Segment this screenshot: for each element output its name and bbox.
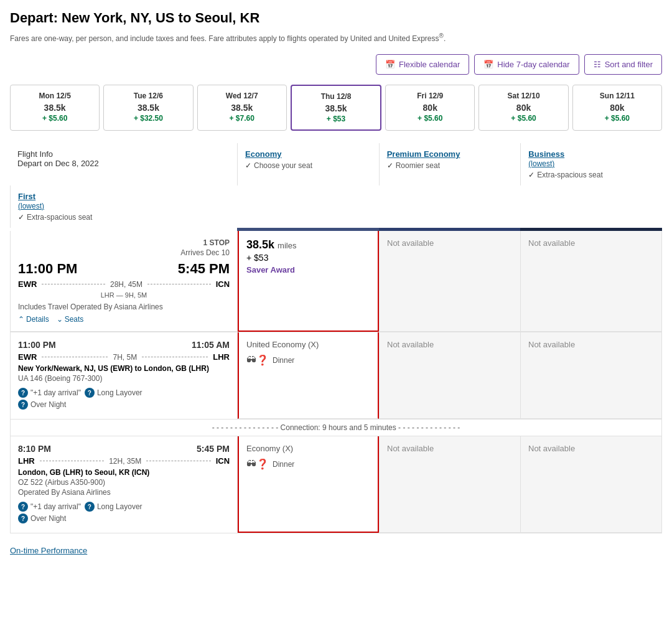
- question-icon-6: ?: [18, 514, 28, 523]
- seg2-flight-num: OZ 522 (Airbus A350-900): [18, 478, 230, 487]
- day-label: Sun 12/11: [578, 91, 656, 100]
- seg2-badges: ? "+1 day arrival" ? Long Layover: [18, 502, 230, 512]
- economy-fare-cell[interactable]: 38.5k miles + $53 Saver Award: [238, 231, 379, 332]
- flight-detail-cell: 1 STOP Arrives Dec 10 11:00 PM 5:45 PM E…: [11, 231, 238, 332]
- hide-calendar-button[interactable]: 📅 Hide 7-day calendar: [474, 54, 579, 75]
- meal-icon-2: 🕶❓: [246, 458, 269, 470]
- day-label: Mon 12/5: [16, 91, 94, 100]
- first-label-row-v: First (lowest): [18, 192, 230, 210]
- sort-filter-button[interactable]: ☷ Sort and filter: [584, 54, 662, 75]
- day-miles: 38.5k: [203, 103, 281, 113]
- includes-text: Includes Travel Operated By Asiana Airli…: [18, 303, 230, 311]
- first-feature-v: ✓ Extra-spacious seat: [18, 213, 230, 222]
- economy-feature: ✓ Choose your seat: [245, 161, 371, 170]
- seg2-badge1: ? "+1 day arrival": [18, 502, 81, 512]
- details-link[interactable]: ⌃ Details: [18, 315, 49, 324]
- seg2-economy-fare: Economy (X) 🕶❓ Dinner: [238, 436, 379, 533]
- first-class-name[interactable]: First: [18, 192, 35, 201]
- miles-amount: 38.5k: [246, 238, 278, 251]
- calendar-icon: 📅: [385, 60, 395, 69]
- question-icon-2: ?: [85, 388, 95, 398]
- day-miles: 80k: [578, 103, 656, 113]
- business-label[interactable]: Business: [528, 149, 564, 159]
- main-flight-row: 1 STOP Arrives Dec 10 11:00 PM 5:45 PM E…: [10, 231, 662, 332]
- day-label: Thu 12/8: [297, 92, 375, 101]
- flexible-calendar-button[interactable]: 📅 Flexible calendar: [376, 54, 469, 75]
- connection-dashes-left: - - - - - - - - - - - - - - -: [212, 423, 281, 432]
- day-extra: + $5.60: [391, 114, 469, 123]
- seg2-business-na: Not available: [520, 436, 661, 533]
- miles-label: miles: [278, 241, 296, 250]
- seg2-overnight: ? Over Night: [18, 514, 230, 523]
- calendar-day[interactable]: Sun 12/11 80k + $5.60: [572, 85, 662, 131]
- seg2-route: LHR 12H, 35M ICN: [18, 456, 230, 466]
- section-header: Flight Info Depart on Dec 8, 2022 Econom…: [10, 143, 662, 228]
- ontime-link[interactable]: On-time Performance: [10, 546, 87, 555]
- day-label: Wed 12/7: [203, 91, 281, 100]
- chevron-down-icon: ⌄: [57, 315, 63, 324]
- calendar-icon-2: 📅: [483, 60, 493, 69]
- connection-text: Connection: 9 hours and 5 minutes: [281, 423, 396, 432]
- connection-dashes-right: - - - - - - - - - - - - - -: [398, 423, 460, 432]
- seg2-title: London, GB (LHR) to Seoul, KR (ICN): [18, 468, 230, 477]
- seg1-dep: EWR: [18, 352, 37, 362]
- flight-info-header: Flight Info Depart on Dec 8, 2022: [10, 143, 237, 185]
- dep-airport: EWR: [18, 279, 37, 289]
- day-extra: + $7.60: [203, 114, 281, 123]
- arrival-time: 5:45 PM: [178, 261, 230, 277]
- seg2-arr-time: 5:45 PM: [197, 444, 230, 454]
- seg2-dep-time: 8:10 PM: [18, 444, 51, 454]
- calendar-day[interactable]: Thu 12/8 38.5k + $53: [291, 85, 381, 131]
- calendar-day[interactable]: Wed 12/7 38.5k + $7.60: [197, 85, 287, 131]
- seg2-operated: Operated By Asiana Airlines: [18, 488, 230, 497]
- first-header-visible: First (lowest) ✓ Extra-spacious seat: [10, 185, 237, 228]
- first-class-lowest[interactable]: (lowest): [18, 202, 44, 210]
- calendar-day[interactable]: Fri 12/9 80k + $5.60: [385, 85, 475, 131]
- day-extra: + $5.60: [484, 114, 562, 123]
- calendar-day[interactable]: Tue 12/6 38.5k + $32.50: [103, 85, 193, 131]
- seg1-flight-num: UA 146 (Boeing 767-300): [18, 374, 230, 383]
- toolbar: 📅 Flexible calendar 📅 Hide 7-day calenda…: [10, 54, 662, 75]
- seg1-fare-class: United Economy (X): [246, 340, 370, 349]
- miles-display: 38.5k miles: [246, 238, 370, 251]
- day-miles: 38.5k: [16, 103, 94, 113]
- seg2-premium-na: Not available: [379, 436, 520, 533]
- question-icon-5: ?: [85, 502, 95, 512]
- arrives-label: Arrives Dec 10: [18, 248, 230, 257]
- seg1-duration: 7H, 5M: [113, 353, 137, 362]
- seg1-badges: ? "+1 day arrival" ? Long Layover: [18, 388, 230, 398]
- plus-fee: + $53: [246, 253, 370, 263]
- premium-economy-label[interactable]: Premium Economy: [387, 149, 513, 159]
- seg1-arr: LHR: [213, 352, 230, 362]
- check-icon: ✓: [245, 161, 251, 170]
- calendar-day[interactable]: Sat 12/10 80k + $5.60: [478, 85, 568, 131]
- day-miles: 38.5k: [109, 103, 187, 113]
- premium-economy-header: Premium Economy ✓ Roomier seat: [379, 143, 521, 185]
- seg1-title: New York/Newark, NJ, US (EWR) to London,…: [18, 364, 230, 373]
- segment1-row: 11:00 PM 11:05 AM EWR 7H, 5M LHR New Yor…: [10, 332, 662, 420]
- segment1-detail: 11:00 PM 11:05 AM EWR 7H, 5M LHR New Yor…: [11, 332, 238, 419]
- calendar-day[interactable]: Mon 12/5 38.5k + $5.60: [10, 85, 100, 131]
- seats-link[interactable]: ⌄ Seats: [57, 315, 84, 324]
- day-label: Tue 12/6: [109, 91, 187, 100]
- day-miles: 80k: [391, 103, 469, 113]
- day-extra: + $5.60: [578, 114, 656, 123]
- seg2-times: 8:10 PM 5:45 PM: [18, 444, 230, 454]
- economy-header: Economy ✓ Choose your seat: [237, 143, 379, 185]
- economy-label[interactable]: Economy: [245, 149, 371, 159]
- seg1-overnight: ? Over Night: [18, 400, 230, 410]
- connection-divider: - - - - - - - - - - - - - - - Connection…: [10, 420, 662, 436]
- seg1-business-na: Not available: [520, 332, 661, 419]
- flight-info-date: Depart on Dec 8, 2022: [17, 159, 230, 168]
- business-sub[interactable]: (lowest): [528, 159, 554, 168]
- day-extra: + $5.60: [16, 114, 94, 123]
- seg1-dep-time: 11:00 PM: [18, 340, 56, 350]
- page-subtitle: Fares are one-way, per person, and inclu…: [10, 31, 662, 44]
- filter-icon: ☷: [594, 60, 601, 69]
- route-line: [42, 284, 105, 284]
- seg1-times: 11:00 PM 11:05 AM: [18, 340, 230, 350]
- question-icon-3: ?: [18, 400, 28, 410]
- seg2-fare-class: Economy (X): [246, 444, 370, 453]
- total-duration: 28H, 45M: [110, 280, 142, 289]
- departure-time: 11:00 PM: [18, 261, 77, 277]
